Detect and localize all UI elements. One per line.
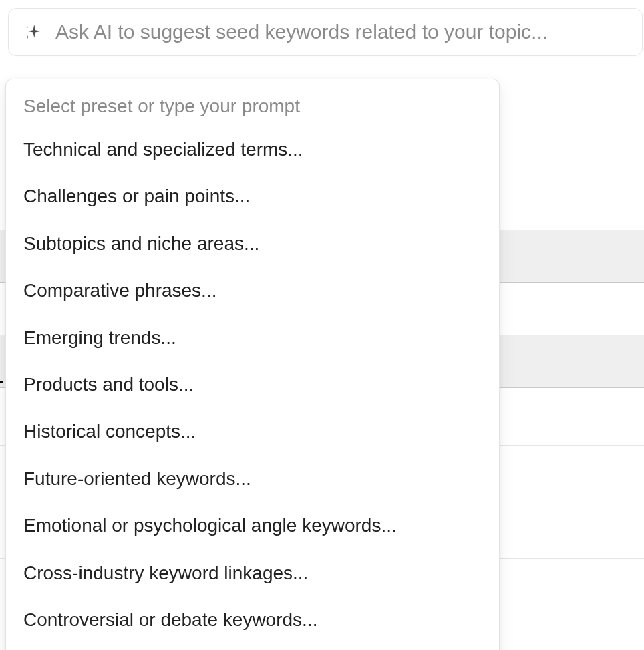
preset-option[interactable]: Controversial or debate keywords... bbox=[6, 597, 499, 643]
ai-search-container bbox=[8, 8, 643, 56]
ai-prompt-input[interactable] bbox=[55, 21, 627, 43]
preset-option[interactable]: Subtopics and niche areas... bbox=[6, 220, 499, 267]
preset-option[interactable]: Challenges or pain points... bbox=[6, 173, 499, 220]
preset-option[interactable]: Comparative phrases... bbox=[6, 267, 499, 314]
preset-option[interactable]: Emotional or psychological angle keyword… bbox=[6, 502, 499, 549]
dropdown-header: Select preset or type your prompt bbox=[6, 90, 499, 126]
preset-option[interactable]: Cross-industry keyword linkages... bbox=[6, 550, 499, 597]
preset-option[interactable]: Myth-busting keywords... bbox=[6, 643, 499, 650]
preset-option[interactable]: Technical and specialized terms... bbox=[6, 126, 499, 173]
preset-option[interactable]: Emerging trends... bbox=[6, 315, 499, 361]
preset-option[interactable]: Historical concepts... bbox=[6, 408, 499, 455]
ai-search-box[interactable] bbox=[8, 8, 643, 56]
preset-dropdown: Select preset or type your prompt Techni… bbox=[5, 79, 500, 650]
preset-option[interactable]: Future-oriented keywords... bbox=[6, 456, 499, 502]
preset-option[interactable]: Products and tools... bbox=[6, 361, 499, 408]
sparkle-icon bbox=[23, 22, 43, 42]
